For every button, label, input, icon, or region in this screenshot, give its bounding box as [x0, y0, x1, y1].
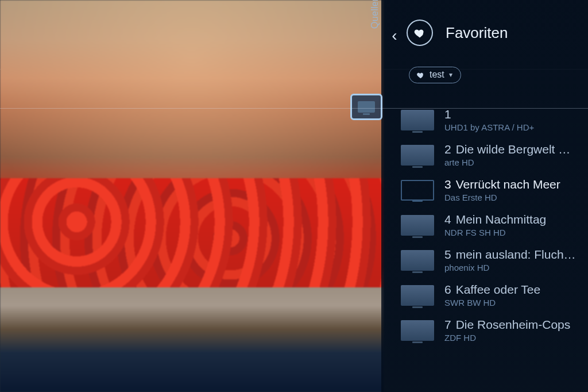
- channel-row[interactable]: 3Verrückt nach MeerDas Erste HD: [399, 172, 588, 207]
- tv-icon: [401, 320, 434, 341]
- channel-text: 7Die Rosenheim-CopsZDF HD: [444, 318, 570, 343]
- channel-row[interactable]: 1UHD1 by ASTRA / HD+: [399, 102, 588, 137]
- channel-program-name: Die Rosenheim-Cops: [456, 318, 571, 331]
- live-video: [0, 0, 384, 392]
- channel-source: arte HD: [444, 157, 570, 167]
- channel-row[interactable]: 6Kaffee oder TeeSWR BW HD: [399, 278, 588, 313]
- channel-source: NDR FS SH HD: [444, 228, 546, 237]
- channel-number: 1: [444, 107, 451, 121]
- tv-icon: [401, 215, 434, 236]
- channel-title: 5mein ausland: Fluch…: [444, 248, 576, 262]
- channel-source: Das Erste HD: [444, 193, 560, 202]
- tv-screen: Quellen ‹ Favoriten test ▾ 1UHD1 by ASTR…: [0, 0, 588, 392]
- channel-title: 1: [444, 107, 534, 121]
- channel-number: 3: [444, 178, 451, 191]
- channel-title: 3Verrückt nach Meer: [444, 178, 560, 191]
- channel-row[interactable]: 7Die Rosenheim-CopsZDF HD: [399, 313, 588, 348]
- channel-title: 7Die Rosenheim-Cops: [444, 318, 570, 332]
- channel-text: 3Verrückt nach MeerDas Erste HD: [444, 178, 560, 202]
- channel-row[interactable]: 5mein ausland: Fluch…phoenix HD: [399, 243, 588, 278]
- sources-tab-label: Quellen: [370, 0, 380, 29]
- channel-title: 4Mein Nachmittag: [444, 213, 546, 226]
- tv-icon: [358, 101, 375, 113]
- tv-icon: [401, 250, 434, 271]
- channel-source: ZDF HD: [444, 333, 570, 343]
- panel-header: Favoriten: [407, 20, 508, 46]
- channel-program-name: Mein Nachmittag: [456, 213, 547, 226]
- channel-list: 1UHD1 by ASTRA / HD+2Die wilde Bergwelt …: [399, 102, 588, 348]
- channel-title: 2Die wilde Bergwelt …: [444, 143, 570, 156]
- back-chevron-icon[interactable]: ‹: [386, 28, 403, 44]
- channel-title: 6Kaffee oder Tee: [444, 283, 540, 297]
- channel-source: phoenix HD: [444, 263, 576, 272]
- panel-title: Favoriten: [446, 24, 508, 42]
- source-tabstrip[interactable]: Quellen: [370, 11, 384, 155]
- channel-number: 4: [444, 213, 451, 226]
- channel-text: 5mein ausland: Fluch…phoenix HD: [444, 248, 576, 272]
- channel-number: 6: [444, 283, 451, 296]
- channel-number: 5: [444, 248, 451, 261]
- selected-source-tile[interactable]: [350, 94, 382, 120]
- favorites-list-name: test: [430, 70, 444, 80]
- channel-row[interactable]: 4Mein NachmittagNDR FS SH HD: [399, 207, 588, 243]
- video-content: [0, 178, 384, 287]
- chevron-down-icon: ▾: [449, 71, 452, 79]
- channel-source: UHD1 by ASTRA / HD+: [444, 122, 534, 132]
- heart-icon: [416, 71, 425, 79]
- channel-program-name: Kaffee oder Tee: [456, 283, 541, 296]
- channel-number: 7: [444, 318, 451, 331]
- channel-source: SWR BW HD: [444, 298, 540, 308]
- channel-text: 6Kaffee oder TeeSWR BW HD: [444, 283, 540, 308]
- tv-icon: [401, 180, 434, 201]
- channel-number: 2: [444, 143, 451, 156]
- channel-program-name: mein ausland: Fluch…: [456, 248, 576, 261]
- channel-program-name: Die wilde Bergwelt …: [456, 143, 571, 156]
- tv-icon: [401, 110, 434, 130]
- favorites-list-selector[interactable]: test ▾: [409, 67, 461, 83]
- heart-circle-icon: [407, 20, 433, 46]
- channel-program-name: Verrückt nach Meer: [456, 178, 560, 191]
- channel-row[interactable]: 2Die wilde Bergwelt …arte HD: [399, 137, 588, 172]
- tv-icon: [401, 285, 434, 306]
- channel-text: 1UHD1 by ASTRA / HD+: [444, 107, 534, 132]
- channel-text: 4Mein NachmittagNDR FS SH HD: [444, 213, 546, 237]
- tv-icon: [401, 145, 434, 166]
- channel-text: 2Die wilde Bergwelt …arte HD: [444, 143, 570, 167]
